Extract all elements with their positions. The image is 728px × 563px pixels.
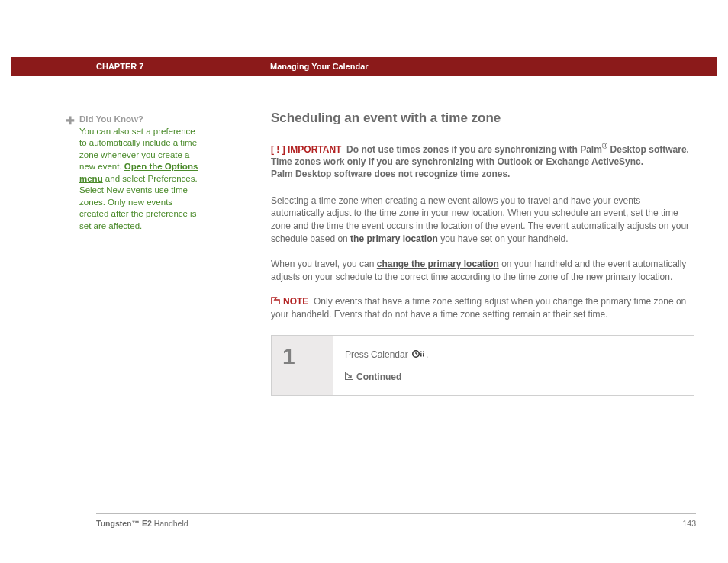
footer: Tungsten™ E2 Handheld 143 (96, 519, 696, 528)
svg-rect-3 (420, 352, 422, 353)
continued-label: Continued (356, 372, 401, 382)
footer-product: Tungsten™ E2 Handheld (96, 519, 188, 528)
step-text: Press Calendar (345, 349, 411, 360)
chapter-label: CHAPTER 7 (96, 62, 143, 71)
svg-rect-6 (423, 353, 424, 355)
plus-icon: ✚ (66, 114, 75, 128)
continued-line: Continued (345, 372, 681, 382)
primary-location-link[interactable]: the primary location (350, 233, 438, 244)
step-box: 1 Press Calendar . Continued (271, 335, 694, 396)
important-label: IMPORTANT (288, 144, 341, 155)
svg-rect-7 (420, 355, 422, 357)
main-content: Scheduling an event with a time zone [ !… (271, 111, 694, 396)
calendar-icon (412, 349, 426, 361)
sidebar-tip: ✚ Did You Know? You can also set a prefe… (79, 114, 201, 232)
footer-product-bold: Tungsten™ E2 (96, 519, 152, 528)
note-text: Only events that have a time zone settin… (271, 296, 686, 320)
svg-rect-8 (423, 355, 424, 357)
para1-after: you have set on your handheld. (438, 233, 569, 244)
step-number-cell: 1 (272, 336, 333, 395)
footer-divider (96, 513, 696, 514)
important-text-1a: Do not use times zones if you are synchr… (346, 144, 602, 155)
paragraph-1: Selecting a time zone when creating a ne… (271, 195, 694, 246)
note-flag-icon (271, 295, 280, 308)
sidebar-heading: Did You Know? (79, 114, 143, 124)
important-bracket-icon: [ ! ] (271, 144, 285, 155)
step-instruction: Press Calendar . (345, 349, 681, 361)
para2-before: When you travel, you can (271, 259, 377, 269)
page-number: 143 (682, 519, 696, 528)
page-title: Scheduling an event with a time zone (271, 111, 694, 126)
important-block: [ ! ] IMPORTANT Do not use times zones i… (271, 141, 694, 181)
note-block: NOTE Only events that have a time zone s… (271, 295, 694, 321)
chapter-title: Managing Your Calendar (270, 62, 369, 71)
continued-arrow-icon (345, 372, 353, 382)
note-label: NOTE (283, 296, 308, 307)
footer-product-rest: Handheld (152, 519, 188, 528)
step-body: Press Calendar . Continued (333, 336, 694, 395)
chapter-header: CHAPTER 7 Managing Your Calendar (11, 57, 717, 76)
important-text-2: Palm Desktop software does not recognize… (271, 169, 510, 179)
step-period: . (426, 349, 428, 360)
paragraph-2: When you travel, you can change the prim… (271, 258, 694, 284)
change-primary-location-link[interactable]: change the primary location (377, 259, 499, 269)
svg-rect-4 (423, 352, 424, 353)
step-number: 1 (282, 343, 295, 369)
svg-rect-5 (420, 353, 422, 355)
